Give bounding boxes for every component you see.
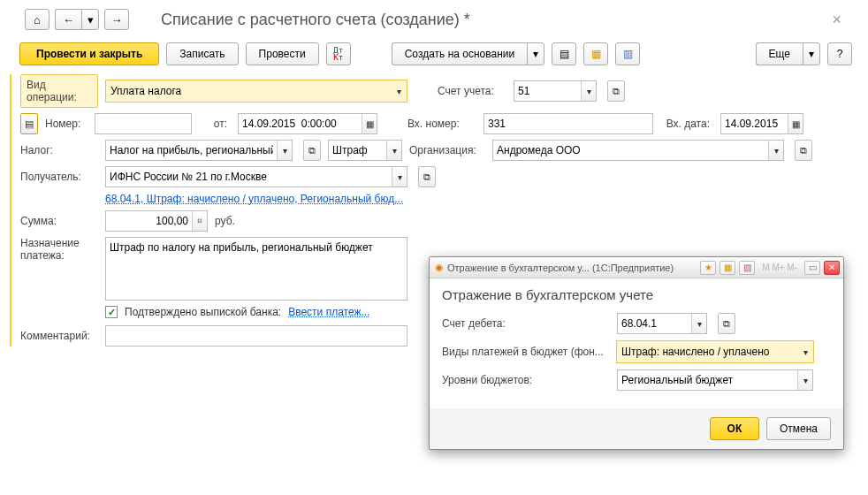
calendar-icon: ▦ [792,119,800,129]
recipient-dropdown[interactable]: ▾ [392,166,407,187]
debit-dropdown[interactable]: ▾ [691,313,707,334]
arrow-left-icon: ← [63,13,74,27]
calculator-icon: ⌗ [197,216,202,226]
tool-doc-button[interactable]: ▤ [552,42,576,65]
budget-level-label: Уровни бюджетов: [442,374,610,386]
debit-open-button[interactable]: ⧉ [718,313,735,334]
tax-open-button[interactable]: ⧉ [303,140,321,161]
rub-label: руб. [215,215,235,227]
create-based-button[interactable]: Создать на основании [392,42,528,65]
org-input[interactable] [492,140,768,161]
inc-number-label: Вх. номер: [407,118,476,130]
confirmed-label: Подтверждено выпиской банка: [125,306,281,318]
accounting-modal: ◉ Отражение в бухгалтерском у... (1С:Пре… [429,256,844,450]
app-icon: ◉ [435,262,444,273]
date-picker-button[interactable]: ▦ [362,113,377,134]
date-input[interactable] [238,113,362,134]
create-based-group: Создать на основании ▾ [392,42,545,65]
modal-tool-calendar-button[interactable]: ▧ [739,261,755,275]
comment-input[interactable] [105,325,407,346]
page-title: Списание с расчетного счета (создание) * [161,11,470,29]
dtkt-button[interactable]: ДтКт [326,42,351,65]
org-label: Организация: [409,144,485,156]
arrow-right-icon: → [111,13,123,27]
tax-dropdown[interactable]: ▾ [277,140,293,161]
nav-back-group: ← ▾ [55,9,99,30]
post-and-close-button[interactable]: Провести и закрыть [19,42,159,65]
post-button[interactable]: Провести [246,42,319,65]
file-icon: ▥ [623,48,633,60]
comment-label: Комментарий: [20,330,98,342]
more-button[interactable]: Еще [756,42,803,65]
calendar-icon: ▦ [366,119,374,129]
sum-input[interactable] [105,210,192,232]
account-label: Счет учета: [438,85,506,97]
op-type-input[interactable] [106,80,391,102]
account-input[interactable] [514,80,581,102]
number-icon-button[interactable]: ▤ [20,113,38,134]
document-icon: ▤ [560,48,569,60]
modal-close-button[interactable]: ✕ [824,261,840,275]
budget-level-dropdown[interactable]: ▾ [797,369,813,391]
modal-ok-button[interactable]: ОК [710,417,759,440]
modal-tool-disabled: M M+ M- [758,263,801,272]
close-button[interactable]: × [832,11,854,29]
tax-kind-dropdown[interactable]: ▾ [386,140,402,161]
modal-heading: Отражение в бухгалтерском учете [442,287,831,302]
number-input[interactable] [95,113,192,134]
purpose-textarea[interactable] [105,237,407,301]
nav-back-button[interactable]: ← [55,9,81,30]
pay-kind-input[interactable] [617,341,797,362]
account-dropdown[interactable]: ▾ [581,80,597,102]
nav-forward-button[interactable]: → [104,9,129,30]
debit-label: Счет дебета: [442,317,610,330]
modal-tool-grid-button[interactable]: ▦ [720,261,735,275]
tax-label: Налог: [20,144,98,156]
account-open-button[interactable]: ⧉ [607,80,625,102]
tool-file-button[interactable]: ▥ [615,42,640,65]
inc-date-label: Вх. дата: [660,118,713,130]
purpose-label: Назначение платежа: [20,237,98,262]
recipient-open-button[interactable]: ⧉ [418,166,436,187]
save-button[interactable]: Записать [166,42,238,65]
inc-date-picker-button[interactable]: ▦ [788,113,803,134]
pay-kind-label: Виды платежей в бюджет (фон... [442,346,610,358]
sum-calc-button[interactable]: ⌗ [192,210,208,232]
recipient-label: Получатель: [20,171,98,183]
tax-input[interactable] [105,140,277,161]
confirmed-checkbox[interactable]: ✓ [105,306,118,318]
pay-kind-dropdown[interactable]: ▾ [797,341,813,362]
modal-cancel-button[interactable]: Отмена [766,417,831,440]
op-type-label: Вид операции: [20,74,98,108]
help-button[interactable]: ? [827,42,852,65]
op-type-dropdown[interactable]: ▾ [391,80,407,102]
org-dropdown[interactable]: ▾ [768,140,784,161]
report-icon: ▦ [591,48,601,60]
home-button[interactable]: ⌂ [25,9,49,30]
recipient-input[interactable] [105,166,392,187]
modal-min-button[interactable]: ▭ [804,261,820,275]
inc-number-input[interactable] [483,113,653,134]
from-label: от: [199,118,231,130]
tax-kind-input[interactable] [328,140,386,161]
org-open-button[interactable]: ⧉ [795,140,812,161]
highlight-strip [10,74,11,346]
debit-input[interactable] [617,313,691,334]
more-group: Еще ▾ [756,42,820,65]
nav-back-dropdown[interactable]: ▾ [81,9,99,30]
tool-report-button[interactable]: ▦ [583,42,608,65]
create-based-dropdown[interactable]: ▾ [527,42,544,65]
budget-level-input[interactable] [617,369,797,391]
enter-payment-link[interactable]: Ввести платеж... [288,306,369,318]
inc-date-input[interactable] [720,113,788,134]
home-icon: ⌂ [34,13,41,27]
dtkt-icon: ДтКт [333,47,343,61]
more-dropdown[interactable]: ▾ [803,42,820,65]
modal-titlebar-text: Отражение в бухгалтерском у... (1С:Предп… [447,263,697,273]
modal-tool-fav-button[interactable]: ★ [700,261,716,275]
number-label: Номер: [45,118,88,130]
accounting-link[interactable]: 68.04.1, Штраф: начислено / уплачено, Ре… [105,193,403,205]
sum-label: Сумма: [20,215,98,227]
op-type-wrap: ▾ [105,80,407,103]
